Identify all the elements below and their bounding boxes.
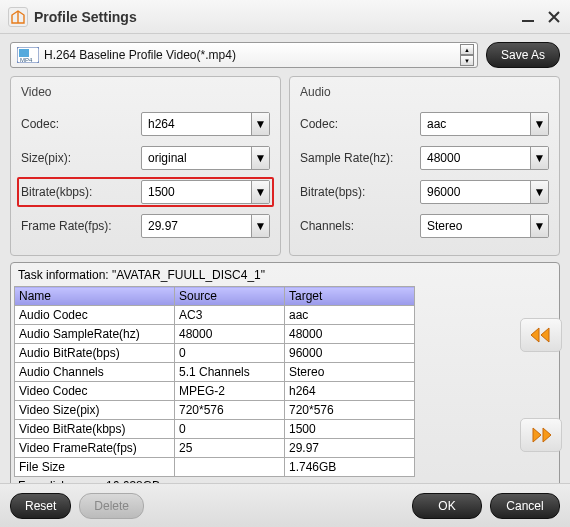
audio-heading: Audio bbox=[300, 85, 549, 99]
svg-rect-0 bbox=[522, 20, 534, 22]
table-cell: 720*576 bbox=[285, 401, 415, 420]
table-cell bbox=[175, 458, 285, 477]
ok-button[interactable]: OK bbox=[412, 493, 482, 519]
chevron-down-icon: ▼ bbox=[530, 147, 548, 169]
video-size-label: Size(pix): bbox=[21, 151, 141, 165]
table-cell: 48000 bbox=[285, 325, 415, 344]
footer: Reset Delete OK Cancel bbox=[0, 483, 570, 527]
table-cell: 25 bbox=[175, 439, 285, 458]
delete-button[interactable]: Delete bbox=[79, 493, 144, 519]
audio-sr-value: 48000 bbox=[427, 151, 460, 165]
table-cell: Audio Channels bbox=[15, 363, 175, 382]
video-bitrate-label: Bitrate(kbps): bbox=[21, 185, 141, 199]
table-row: Audio SampleRate(hz)4800048000 bbox=[15, 325, 415, 344]
video-size-select[interactable]: original▼ bbox=[141, 146, 270, 170]
table-row: Video CodecMPEG-2h264 bbox=[15, 382, 415, 401]
table-cell: 1.746GB bbox=[285, 458, 415, 477]
video-panel: Video Codec:h264▼ Size(pix):original▼ Bi… bbox=[10, 76, 281, 256]
table-cell: AC3 bbox=[175, 306, 285, 325]
audio-sr-label: Sample Rate(hz): bbox=[300, 151, 420, 165]
audio-bitrate-select[interactable]: 96000▼ bbox=[420, 180, 549, 204]
table-cell: Video FrameRate(fps) bbox=[15, 439, 175, 458]
audio-codec-label: Codec: bbox=[300, 117, 420, 131]
table-cell: 48000 bbox=[175, 325, 285, 344]
chevron-down-icon: ▼ bbox=[530, 181, 548, 203]
profile-name: H.264 Baseline Profile Video(*.mp4) bbox=[44, 48, 471, 62]
col-name: Name bbox=[15, 287, 175, 306]
video-codec-select[interactable]: h264▼ bbox=[141, 112, 270, 136]
table-cell: Stereo bbox=[285, 363, 415, 382]
audio-panel: Audio Codec:aac▼ Sample Rate(hz):48000▼ … bbox=[289, 76, 560, 256]
table-row: File Size1.746GB bbox=[15, 458, 415, 477]
col-source: Source bbox=[175, 287, 285, 306]
video-heading: Video bbox=[21, 85, 270, 99]
table-cell: Video Codec bbox=[15, 382, 175, 401]
video-fps-select[interactable]: 29.97▼ bbox=[141, 214, 270, 238]
table-row: Audio CodecAC3aac bbox=[15, 306, 415, 325]
audio-sr-select[interactable]: 48000▼ bbox=[420, 146, 549, 170]
table-cell: Audio SampleRate(hz) bbox=[15, 325, 175, 344]
window-title: Profile Settings bbox=[34, 9, 510, 25]
chevron-down-icon: ▼ bbox=[251, 181, 269, 203]
audio-codec-value: aac bbox=[427, 117, 446, 131]
table-cell: Audio BitRate(bps) bbox=[15, 344, 175, 363]
chevron-down-icon: ▼ bbox=[530, 113, 548, 135]
chevron-down-icon: ▼ bbox=[251, 147, 269, 169]
table-row: Audio BitRate(bps)096000 bbox=[15, 344, 415, 363]
profile-select[interactable]: MP4 H.264 Baseline Profile Video(*.mp4) … bbox=[10, 42, 478, 68]
video-fps-value: 29.97 bbox=[148, 219, 178, 233]
table-cell: 0 bbox=[175, 344, 285, 363]
table-cell: 29.97 bbox=[285, 439, 415, 458]
mp4-icon: MP4 bbox=[17, 47, 39, 63]
minimize-button[interactable] bbox=[520, 9, 536, 25]
table-cell: 5.1 Channels bbox=[175, 363, 285, 382]
table-cell: Audio Codec bbox=[15, 306, 175, 325]
table-header-row: Name Source Target bbox=[15, 287, 415, 306]
app-logo-icon bbox=[8, 7, 28, 27]
chevron-down-icon: ▼ bbox=[530, 215, 548, 237]
profile-spinner[interactable]: ▲▼ bbox=[460, 44, 474, 66]
task-info-text: Task information: "AVATAR_FUULL_DISC4_1" bbox=[14, 266, 513, 284]
prev-button[interactable] bbox=[520, 318, 562, 352]
table-cell: 720*576 bbox=[175, 401, 285, 420]
table-cell: h264 bbox=[285, 382, 415, 401]
save-as-button[interactable]: Save As bbox=[486, 42, 560, 68]
task-info-panel: Task information: "AVATAR_FUULL_DISC4_1"… bbox=[10, 262, 560, 499]
svg-rect-2 bbox=[19, 49, 29, 57]
table-row: Video BitRate(kbps)01500 bbox=[15, 420, 415, 439]
video-size-value: original bbox=[148, 151, 187, 165]
table-cell: Video BitRate(kbps) bbox=[15, 420, 175, 439]
task-table: Name Source Target Audio CodecAC3aacAudi… bbox=[14, 286, 415, 477]
next-button[interactable] bbox=[520, 418, 562, 452]
video-bitrate-value: 1500 bbox=[148, 185, 175, 199]
audio-ch-label: Channels: bbox=[300, 219, 420, 233]
chevron-down-icon: ▼ bbox=[251, 113, 269, 135]
table-cell: 0 bbox=[175, 420, 285, 439]
audio-bitrate-value: 96000 bbox=[427, 185, 460, 199]
reset-button[interactable]: Reset bbox=[10, 493, 71, 519]
chevron-down-icon: ▼ bbox=[251, 215, 269, 237]
audio-bitrate-label: Bitrate(bps): bbox=[300, 185, 420, 199]
audio-codec-select[interactable]: aac▼ bbox=[420, 112, 549, 136]
table-cell: aac bbox=[285, 306, 415, 325]
table-cell: MPEG-2 bbox=[175, 382, 285, 401]
table-row: Video FrameRate(fps)2529.97 bbox=[15, 439, 415, 458]
audio-ch-value: Stereo bbox=[427, 219, 462, 233]
table-cell: 1500 bbox=[285, 420, 415, 439]
table-cell: Video Size(pix) bbox=[15, 401, 175, 420]
svg-text:MP4: MP4 bbox=[20, 57, 33, 63]
audio-ch-select[interactable]: Stereo▼ bbox=[420, 214, 549, 238]
cancel-button[interactable]: Cancel bbox=[490, 493, 560, 519]
video-fps-label: Frame Rate(fps): bbox=[21, 219, 141, 233]
table-row: Audio Channels5.1 ChannelsStereo bbox=[15, 363, 415, 382]
close-button[interactable] bbox=[546, 9, 562, 25]
table-cell: File Size bbox=[15, 458, 175, 477]
col-target: Target bbox=[285, 287, 415, 306]
video-codec-value: h264 bbox=[148, 117, 175, 131]
table-cell: 96000 bbox=[285, 344, 415, 363]
table-row: Video Size(pix)720*576720*576 bbox=[15, 401, 415, 420]
title-bar: Profile Settings bbox=[0, 0, 570, 34]
video-codec-label: Codec: bbox=[21, 117, 141, 131]
video-bitrate-select[interactable]: 1500▼ bbox=[141, 180, 270, 204]
